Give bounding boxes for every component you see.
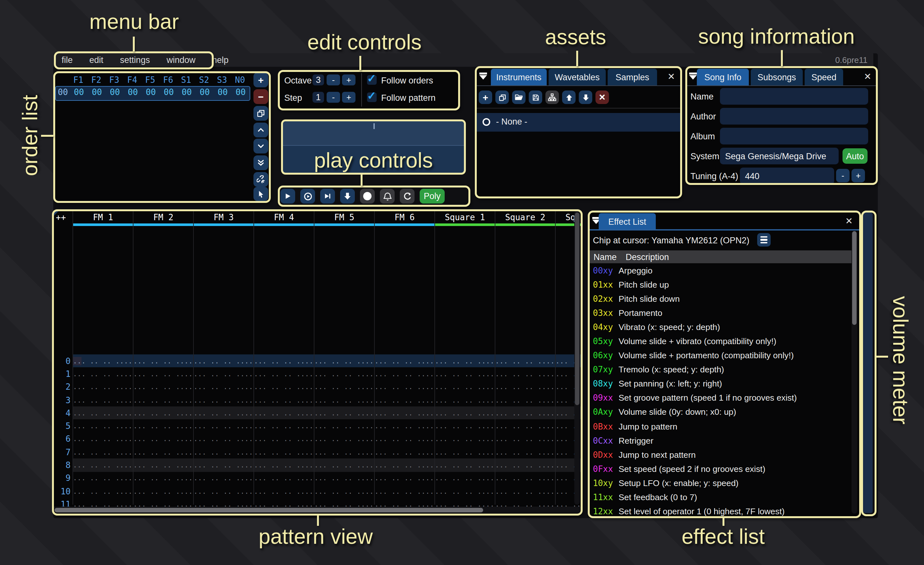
pattern-row[interactable]: 4 ... .. .. .... ... .. .. .... ... .. .… (53, 406, 581, 419)
pattern-cell[interactable]: ... .. .. .... (193, 435, 254, 443)
menu-help[interactable]: help (204, 55, 237, 65)
pattern-cell[interactable]: ... .. .. .... (434, 448, 495, 456)
channel-name[interactable]: FM 3 (194, 212, 254, 222)
record-button[interactable] (360, 189, 375, 204)
pattern-cell[interactable]: ... .. .. .... (434, 474, 495, 482)
close-icon[interactable]: ✕ (845, 216, 853, 226)
pattern-cell[interactable]: ... .. .. .... (133, 383, 193, 391)
pattern-cell[interactable]: ... .. .. .... (434, 461, 495, 469)
album-field[interactable] (720, 128, 868, 144)
pattern-cell[interactable]: ... .. .. .... (254, 396, 314, 404)
pattern-cell[interactable]: ... .. .. .... (495, 448, 555, 456)
pattern-cell[interactable]: ... .. .. .... (314, 422, 374, 430)
pattern-cell[interactable]: ... .. .. .... (254, 435, 314, 443)
pattern-cell[interactable]: ... .. .. .... (254, 487, 314, 495)
order-cell[interactable]: 00 (106, 87, 124, 97)
pattern-cell[interactable]: ... .. .. .... (133, 461, 193, 469)
pattern-cell[interactable]: ... .. .. .... (254, 461, 314, 469)
asset-delete-button[interactable]: ✕ (596, 90, 609, 104)
collapse-icon[interactable] (479, 72, 487, 80)
order-cell[interactable]: 00 (178, 87, 196, 97)
pattern-cell[interactable]: ... .. .. .... (495, 461, 555, 469)
pattern-cell[interactable]: ... .. .. .... (133, 487, 193, 495)
pattern-cell[interactable]: ... .. .. .... (133, 448, 193, 456)
pattern-cell[interactable]: ... .. .. .... (434, 409, 495, 417)
pattern-cell[interactable]: ... .. .. .... (254, 422, 314, 430)
tab-samples[interactable]: Samples (608, 69, 657, 86)
tab-song-info[interactable]: Song Info (697, 69, 749, 86)
pattern-cell[interactable]: ... .. .. .... (374, 383, 434, 391)
pattern-cell[interactable]: ... .. .. .... (254, 383, 314, 391)
pattern-row[interactable]: 0 ... .. .. .... ... .. .. .... ... .. .… (53, 355, 581, 368)
pattern-cell[interactable]: ... .. .. .... (72, 461, 133, 469)
effect-list-menu-button[interactable] (757, 233, 771, 246)
effect-list-scrollbar[interactable] (852, 231, 857, 514)
order-cell[interactable]: 00 (124, 87, 142, 97)
pattern-cell[interactable]: ... .. .. .... (193, 474, 254, 482)
octave-decrease-button[interactable]: - (327, 75, 340, 86)
step-value[interactable]: 1 (312, 92, 324, 103)
order-cell[interactable]: 00 (88, 87, 106, 97)
menu-window[interactable]: window (158, 55, 204, 65)
channel-name[interactable]: Square 2 (495, 212, 555, 222)
tab-instruments[interactable]: Instruments (491, 69, 547, 86)
pattern-cell[interactable]: ... .. .. .... (133, 409, 193, 417)
close-icon[interactable]: ✕ (864, 71, 872, 81)
pattern-cell[interactable]: ... .. .. .... (374, 422, 434, 430)
order-move-down-button[interactable] (254, 139, 268, 153)
order-remove-button[interactable]: − (254, 89, 268, 104)
pattern-cell[interactable]: ... .. .. .... (495, 487, 555, 495)
author-field[interactable] (720, 108, 868, 125)
pattern-cell[interactable]: ... .. .. .... (374, 435, 434, 443)
pattern-row[interactable]: 7 ... .. .. .... ... .. .. .... ... .. .… (53, 446, 581, 459)
pattern-cell[interactable]: ... .. .. .... (133, 370, 193, 378)
pattern-cell[interactable]: ... .. .. .... (434, 370, 495, 378)
pattern-cell[interactable]: ... .. .. .... (495, 370, 555, 378)
order-add-button[interactable]: + (254, 72, 268, 87)
pattern-cell[interactable]: ... .. .. .... (133, 435, 193, 443)
pattern-cell[interactable]: ... .. .. .... (314, 461, 374, 469)
tab-speed[interactable]: Speed (805, 69, 843, 86)
channel-name[interactable]: Square 1 (435, 212, 495, 222)
pattern-row[interactable]: 6 ... .. .. .... ... .. .. .... ... .. .… (53, 433, 581, 446)
channel-name[interactable]: FM 6 (375, 212, 434, 222)
tab-wavetables[interactable]: Wavetables (549, 69, 606, 86)
pattern-cell[interactable]: ... .. .. .... (193, 357, 254, 365)
pattern-cell[interactable]: ... .. .. .... (314, 396, 374, 404)
tuning-field[interactable]: 440 (740, 168, 834, 183)
pattern-cell[interactable]: ... .. .. .... (495, 409, 555, 417)
tuning-decrease-button[interactable]: - (836, 169, 850, 182)
channel-name[interactable]: FM 1 (73, 212, 133, 222)
pattern-cell[interactable]: ... .. .. .... (374, 409, 434, 417)
asset-add-button[interactable]: + (478, 90, 492, 104)
instrument-list-item[interactable]: - None - (476, 113, 680, 132)
pattern-cell[interactable]: ... .. .. .... (434, 383, 495, 391)
tab-subsongs[interactable]: Subsongs (751, 69, 803, 86)
pattern-cell[interactable]: ... .. .. .... (72, 409, 133, 417)
order-duplicate-button[interactable] (254, 106, 268, 121)
asset-duplicate-button[interactable] (495, 90, 509, 104)
channel-name[interactable]: FM 4 (254, 212, 314, 222)
order-cell[interactable]: 00 (160, 87, 178, 97)
pattern-cell[interactable]: ... .. .. .... (72, 448, 133, 456)
pattern-cell[interactable]: ... .. .. .... (495, 422, 555, 430)
pattern-cell[interactable]: ... .. .. .... (72, 474, 133, 482)
pattern-cell[interactable]: ... .. .. .... (72, 422, 133, 430)
pattern-cell[interactable]: ... .. .. .... (434, 396, 495, 404)
pattern-cell[interactable]: ... .. .. .... (133, 357, 193, 365)
octave-value[interactable]: 3 (312, 75, 324, 86)
pattern-cell[interactable]: ... .. .. .... (495, 396, 555, 404)
pattern-cell[interactable]: ... .. .. .... (374, 370, 434, 378)
pattern-cell[interactable]: ... .. .. .... (434, 435, 495, 443)
menu-settings[interactable]: settings (112, 55, 158, 65)
pattern-cell[interactable]: ... .. .. .... (193, 396, 254, 404)
pattern-cell[interactable]: ... .. .. .... (193, 487, 254, 495)
pattern-cell[interactable]: ... .. .. .... (314, 487, 374, 495)
asset-folder-tree-button[interactable] (545, 90, 559, 104)
channel-name[interactable]: FM 2 (134, 212, 193, 222)
pattern-corner-button[interactable]: ++ (56, 212, 66, 222)
tab-effect-list[interactable]: Effect List (598, 213, 656, 230)
pattern-cell[interactable]: ... .. .. .... (254, 409, 314, 417)
pattern-cell[interactable]: ... .. .. .... (133, 396, 193, 404)
menu-file[interactable]: file (53, 55, 81, 65)
